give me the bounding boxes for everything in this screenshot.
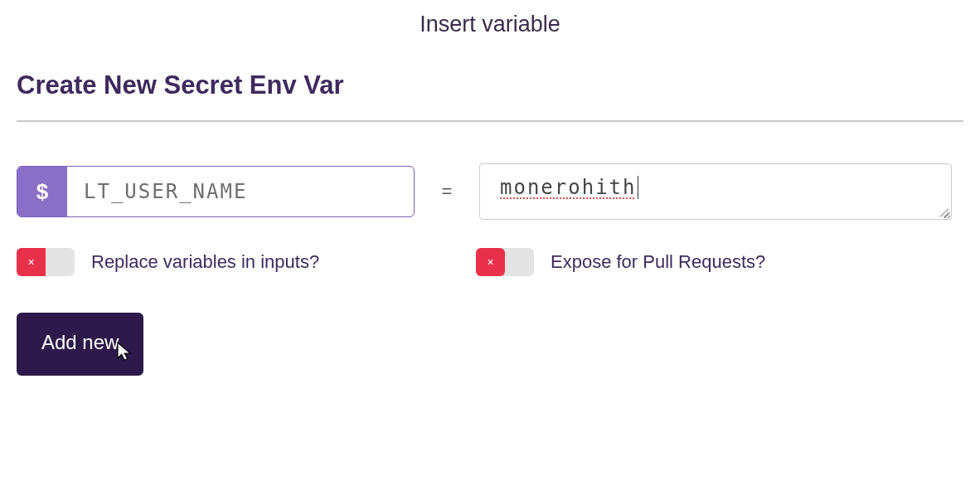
key-input[interactable]	[67, 167, 414, 216]
section-title: Create New Secret Env Var	[17, 70, 963, 100]
value-field[interactable]: monerohith	[479, 163, 952, 220]
expose-toggle-group: × Expose for Pull Requests?	[476, 248, 765, 276]
replace-toggle[interactable]: ×	[17, 248, 75, 276]
page-subtitle: Insert variable	[17, 12, 963, 37]
value-text: monerohith	[500, 176, 637, 199]
dollar-prefix: $	[17, 167, 67, 216]
cursor-icon	[112, 341, 135, 364]
env-var-row: $ = monerohith	[17, 163, 963, 220]
add-new-button[interactable]: Add new	[17, 313, 143, 376]
key-field[interactable]: $	[17, 166, 415, 217]
replace-toggle-group: × Replace variables in inputs?	[17, 248, 476, 276]
text-caret	[638, 176, 638, 199]
divider	[17, 120, 963, 122]
resize-handle-icon[interactable]	[939, 206, 948, 216]
close-icon: ×	[17, 248, 46, 276]
add-new-button-label: Add new	[41, 331, 119, 354]
close-icon: ×	[476, 248, 505, 276]
expose-toggle-label: Expose for Pull Requests?	[551, 251, 765, 273]
toggles-row: × Replace variables in inputs? × Expose …	[17, 248, 963, 276]
expose-toggle[interactable]: ×	[476, 248, 534, 276]
replace-toggle-label: Replace variables in inputs?	[91, 251, 319, 273]
equals-sign: =	[434, 181, 459, 202]
